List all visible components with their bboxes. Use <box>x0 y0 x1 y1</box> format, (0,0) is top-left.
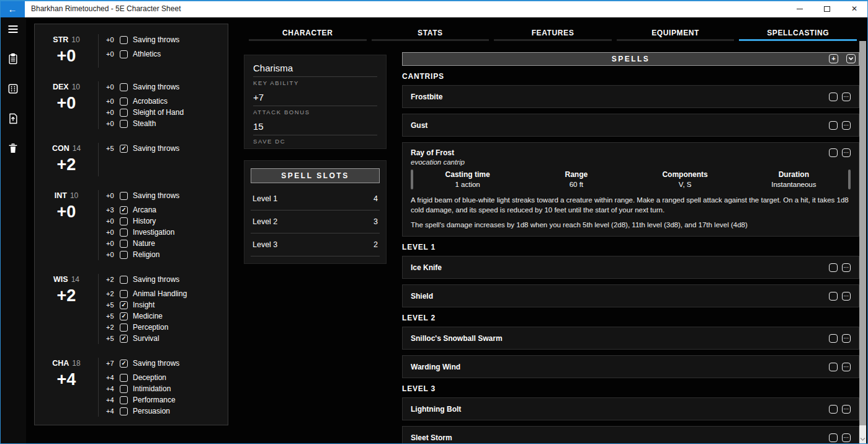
skill-bonus: +4 <box>106 374 120 381</box>
skill-row: +0 Acrobatics <box>106 96 228 107</box>
skill-proficiency-checkbox[interactable] <box>120 290 128 298</box>
skills-list: +2 Animal Handling +5 ✓ Insight +5 ✓ Med… <box>106 288 228 344</box>
skill-bonus: +5 <box>106 335 120 342</box>
ability-summary: STR10 +0 <box>35 34 98 68</box>
spell-options-button[interactable]: ··· <box>842 93 851 101</box>
spell-stat-column: Duration Instantaneous <box>740 170 848 189</box>
spell-sections: CANTRIPS Frostbite ··· Gust ··· Ray of F… <box>402 72 859 444</box>
spell-row[interactable]: Shield ··· <box>402 284 859 307</box>
ability-block: CON14 +2 +5 ✓ Saving throws <box>35 143 228 176</box>
skill-proficiency-checkbox[interactable]: ✓ <box>120 312 128 320</box>
spells-title: SPELLS <box>402 52 859 66</box>
slot-level-label: Level 3 <box>253 240 277 249</box>
spell-options-button[interactable]: ··· <box>842 121 851 130</box>
tab-features[interactable]: FEATURES <box>491 25 614 41</box>
skill-proficiency-checkbox[interactable] <box>120 324 128 332</box>
spell-options-button[interactable]: ··· <box>842 405 851 414</box>
skill-proficiency-checkbox[interactable]: ✓ <box>120 301 128 309</box>
save-bonus: +2 <box>106 276 120 283</box>
skill-proficiency-checkbox[interactable] <box>120 251 128 259</box>
dice-roller-button[interactable] <box>0 78 26 99</box>
spell-higher-levels: The spell's damage increases by 1d8 when… <box>411 220 851 230</box>
spell-slot-row[interactable]: Level 2 3 <box>251 211 380 233</box>
skill-proficiency-checkbox[interactable] <box>120 374 128 382</box>
spell-slot-row[interactable]: Level 3 2 <box>251 233 380 256</box>
scrollbar-thumb[interactable] <box>859 41 866 425</box>
scrollbar-down-button[interactable] <box>859 425 866 444</box>
skill-proficiency-checkbox[interactable] <box>120 385 128 393</box>
save-bonus: +7 <box>106 360 120 367</box>
save-proficiency-checkbox[interactable] <box>120 192 128 200</box>
prepared-checkbox[interactable] <box>829 292 838 301</box>
skill-proficiency-checkbox[interactable] <box>120 50 128 58</box>
spell-row[interactable]: Snilloc's Snowball Swarm ··· <box>402 327 859 350</box>
spell-row[interactable]: Frostbite ··· <box>402 85 859 108</box>
skill-proficiency-checkbox[interactable] <box>120 109 128 117</box>
spell-row[interactable]: Sleet Storm ··· <box>402 426 859 444</box>
tab-character[interactable]: CHARACTER <box>246 25 369 41</box>
delete-button[interactable] <box>0 138 26 159</box>
spell-options-button[interactable]: ··· <box>842 148 851 157</box>
skill-label: Nature <box>133 239 155 248</box>
save-proficiency-checkbox[interactable] <box>120 276 128 284</box>
window-controls: ✕ <box>786 0 868 17</box>
back-button[interactable]: ← <box>0 0 25 17</box>
character-sheet-button[interactable] <box>0 48 26 70</box>
save-proficiency-checkbox[interactable] <box>120 83 128 91</box>
spell-row[interactable]: Lightning Bolt ··· <box>402 397 859 420</box>
skill-bonus: +0 <box>106 120 120 127</box>
prepared-checkbox[interactable] <box>829 121 838 130</box>
skill-proficiency-checkbox[interactable] <box>120 240 128 248</box>
skill-proficiency-checkbox[interactable] <box>120 217 128 225</box>
spell-slot-row[interactable]: Level 1 4 <box>251 188 380 211</box>
file-upload-icon <box>7 112 19 125</box>
tab-stats[interactable]: STATS <box>369 25 492 41</box>
ability-score: 14 <box>71 275 79 284</box>
spell-row[interactable]: Warding Wind ··· <box>402 355 859 378</box>
skill-proficiency-checkbox[interactable] <box>120 407 128 415</box>
minimize-button[interactable] <box>786 0 813 17</box>
spell-options-button[interactable]: ··· <box>842 363 851 371</box>
skill-proficiency-checkbox[interactable] <box>120 396 128 404</box>
prepared-checkbox[interactable] <box>829 405 838 414</box>
close-button[interactable]: ✕ <box>841 0 868 17</box>
add-spell-button[interactable]: + <box>829 54 838 63</box>
spell-row[interactable]: Gust ··· <box>402 114 859 137</box>
spell-options-button[interactable]: ··· <box>842 433 851 442</box>
spells-header-actions: + <box>829 54 856 63</box>
skill-proficiency-checkbox[interactable]: ✓ <box>120 206 128 214</box>
ability-modifier: +4 <box>35 369 98 390</box>
prepared-checkbox[interactable] <box>829 148 838 157</box>
skill-bonus: +5 <box>106 312 120 320</box>
spell-row-expanded[interactable]: Ray of Frost ··· evocation cantrip Casti… <box>402 142 859 237</box>
skill-proficiency-checkbox[interactable]: ✓ <box>120 335 128 343</box>
prepared-checkbox[interactable] <box>829 363 838 371</box>
spell-options-button[interactable]: ··· <box>842 292 851 301</box>
tab-spellcasting[interactable]: SPELLCASTING <box>736 25 859 41</box>
prepared-checkbox[interactable] <box>829 334 838 343</box>
spell-row[interactable]: Ice Knife ··· <box>402 256 859 279</box>
skill-proficiency-checkbox[interactable] <box>120 120 128 128</box>
ellipsis-icon: ··· <box>844 294 849 298</box>
collapse-all-button[interactable] <box>846 54 856 63</box>
prepared-checkbox[interactable] <box>829 433 838 442</box>
skill-row: +0 Investigation <box>106 227 228 238</box>
spell-options-button[interactable]: ··· <box>842 334 851 343</box>
prepared-checkbox[interactable] <box>829 263 838 272</box>
skill-label: Stealth <box>133 119 156 128</box>
skill-row: +0 Athletics <box>106 48 228 60</box>
save-proficiency-checkbox[interactable]: ✓ <box>120 145 128 153</box>
save-proficiency-checkbox[interactable]: ✓ <box>120 360 128 368</box>
spell-options-button[interactable]: ··· <box>842 263 851 272</box>
skill-proficiency-checkbox[interactable] <box>120 97 128 106</box>
maximize-button[interactable] <box>813 0 841 17</box>
ability-block: DEX10 +0 +0 Saving throws +0 Acrobatics … <box>35 81 228 129</box>
menu-button[interactable] <box>0 19 26 40</box>
skill-bonus: +0 <box>106 229 120 236</box>
prepared-checkbox[interactable] <box>829 93 838 101</box>
skill-proficiency-checkbox[interactable] <box>120 229 128 237</box>
save-proficiency-checkbox[interactable] <box>120 36 128 44</box>
spell-description: A frigid beam of blue-white light streak… <box>411 195 851 215</box>
export-button[interactable] <box>0 108 26 129</box>
tab-equipment[interactable]: EQUIPMENT <box>614 25 737 41</box>
